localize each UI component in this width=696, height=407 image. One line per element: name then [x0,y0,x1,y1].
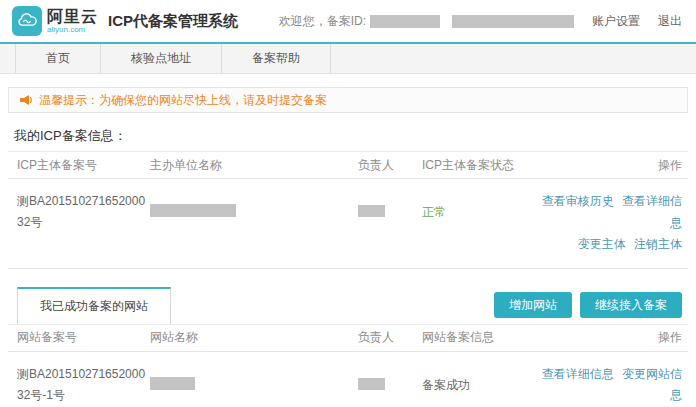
header: 阿里云 aliyun.com ICP代备案管理系统 欢迎您，备案ID: 账户设置… [0,0,696,42]
nav-item-filing-help[interactable]: 备案帮助 [222,44,331,73]
main-nav: 首页 核验点地址 备案帮助 [0,44,696,74]
user-area: 欢迎您，备案ID: 账户设置 退出 [279,13,682,30]
add-website-button[interactable]: 增加网站 [494,292,572,318]
brand-domain: aliyun.com [47,26,98,34]
view-website-details-link[interactable]: 查看详细信息 [542,367,614,381]
subject-table-row: 测BA20151027165200032号 正常 查看审核历史 查看详细信息 变… [8,179,688,269]
subject-table-header: ICP主体备案号 主办单位名称 负责人 ICP主体备案状态 操作 [8,151,688,179]
notice-text: 温馨提示：为确保您的网站尽快上线，请及时提交备案 [39,88,327,112]
redacted-person-name [358,205,385,217]
continue-access-filing-button[interactable]: 继续接入备案 [580,292,682,318]
website-person-cell [358,364,422,393]
subject-ops-line-2: 变更主体 注销主体 [540,234,682,256]
col-person-in-charge: 负责人 [358,157,422,174]
aliyun-cloud-icon [15,9,39,33]
organizer-name-cell [150,191,358,220]
view-audit-history-link[interactable]: 查看审核历史 [542,194,614,208]
subject-table: ICP主体备案号 主办单位名称 负责人 ICP主体备案状态 操作 测BA2015… [8,151,688,269]
redacted-filing-id [370,15,440,28]
aliyun-logo[interactable] [12,6,42,36]
redacted-website-name [150,377,195,390]
subject-operations: 查看审核历史 查看详细信息 变更主体 注销主体 [540,191,682,256]
website-filing-number: 测BA20151027165200032号-1号 [17,364,150,406]
brand-name: 阿里云 [47,9,98,25]
website-table-row: 测BA20151027165200032号-1号 备案成功 查看详细信息 变更网… [8,352,688,407]
subject-ops-line-1: 查看审核历史 查看详细信息 [540,191,682,234]
col-website-person: 负责人 [358,329,422,346]
subject-section-title: 我的ICP备案信息： [14,127,696,145]
change-website-info-link[interactable]: 变更网站信息 [622,367,682,403]
website-table-header: 网站备案号 网站名称 负责人 网站备案信息 操作 [8,324,688,352]
tab-successful-websites[interactable]: 我已成功备案的网站 [17,287,171,324]
col-subject-filing-number: ICP主体备案号 [17,155,150,176]
website-operations: 查看详细信息 变更网站信息 注销网站 取消接入 [540,364,682,407]
account-settings-link[interactable]: 账户设置 [592,13,640,30]
person-cell [358,191,422,220]
website-buttons: 增加网站 继续接入备案 [494,292,682,324]
col-subject-filing-status: ICP主体备案状态 [422,157,540,174]
website-status-cell: 备案成功 [422,364,540,394]
redacted-account-name [452,15,574,28]
col-website-filing-info: 网站备案信息 [422,329,540,346]
website-ops-line-1: 查看详细信息 变更网站信息 [540,364,682,407]
megaphone-icon [19,94,33,106]
welcome-text: 欢迎您，备案ID: [279,13,366,30]
nav-item-home[interactable]: 首页 [15,44,101,73]
website-tabs-row: 我已成功备案的网站 增加网站 继续接入备案 [17,287,682,324]
subject-filing-number: 测BA20151027165200032号 [17,191,150,233]
icp-filing-page: 阿里云 aliyun.com ICP代备案管理系统 欢迎您，备案ID: 账户设置… [0,0,696,407]
logo-area: 阿里云 aliyun.com ICP代备案管理系统 [12,6,238,36]
col-website-name: 网站名称 [150,329,358,346]
subject-status-badge: 正常 [422,204,446,221]
view-subject-details-link[interactable]: 查看详细信息 [622,194,682,230]
col-organizer-name: 主办单位名称 [150,157,358,174]
page-title: ICP代备案管理系统 [108,12,238,31]
redacted-organizer-name [150,204,236,217]
redacted-website-person [358,378,385,390]
logout-link[interactable]: 退出 [658,13,682,30]
subject-status-cell: 正常 [422,191,540,221]
cancel-subject-link[interactable]: 注销主体 [634,237,682,251]
notice-bar: 温馨提示：为确保您的网站尽快上线，请及时提交备案 [8,87,688,113]
brand-text: 阿里云 aliyun.com [47,9,98,34]
nav-item-verification-address[interactable]: 核验点地址 [101,44,222,73]
col-operations: 操作 [540,157,682,174]
website-table: 网站备案号 网站名称 负责人 网站备案信息 操作 测BA201510271652… [8,324,688,407]
change-subject-link[interactable]: 变更主体 [578,237,626,251]
website-status-badge: 备案成功 [422,377,470,394]
website-name-cell [150,364,358,393]
col-website-operations: 操作 [540,329,682,346]
col-website-filing-number: 网站备案号 [17,327,150,348]
